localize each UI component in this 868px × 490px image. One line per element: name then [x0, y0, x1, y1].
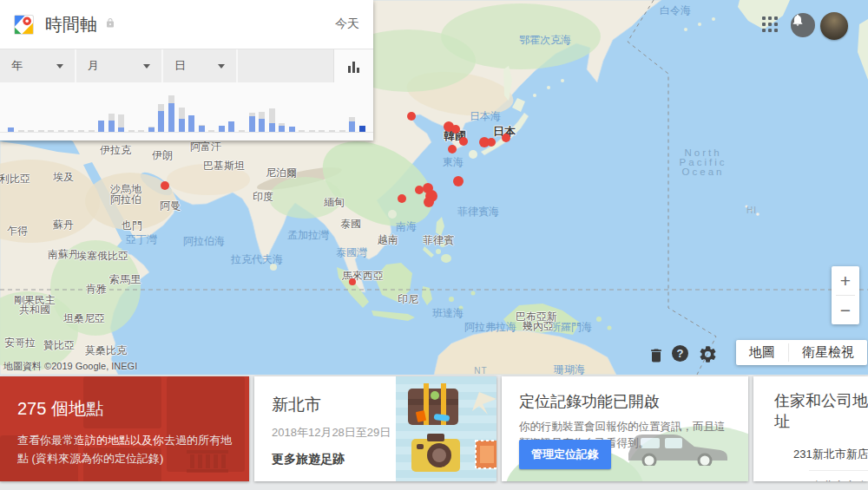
zoom-in-button[interactable]: + [832, 266, 859, 295]
chart-bar[interactable] [228, 121, 234, 132]
histogram-icon [357, 68, 359, 73]
timeline-panel: 時間軸 今天 年 月 日 [0, 0, 373, 140]
chart-bar[interactable] [158, 104, 164, 132]
landmark-illustration [185, 447, 230, 474]
travel-illustration [396, 376, 496, 481]
zoom-out-button[interactable]: − [832, 296, 859, 324]
chart-bar[interactable] [168, 95, 174, 132]
chart-bar[interactable] [219, 126, 225, 132]
lock-icon [105, 16, 115, 32]
help-icon[interactable]: ? [672, 345, 688, 362]
apps-grid-icon[interactable] [762, 16, 779, 34]
manage-location-history-button[interactable]: 管理定位記錄 [519, 440, 611, 469]
work-address-text: 116台北市文山 [793, 479, 868, 481]
today-button[interactable]: 今天 [335, 16, 359, 32]
cards-strip: 275 個地點 查看你最常造訪的地點以及你去過的所有地點 (資料來源為你的定位記… [0, 375, 868, 490]
day-dropdown-label: 日 [174, 58, 186, 74]
account-avatar[interactable] [820, 12, 848, 40]
visited-place-dot[interactable] [448, 145, 457, 154]
notifications-bell-icon[interactable] [791, 13, 815, 37]
panel-header: 時間軸 今天 [0, 0, 373, 49]
chart-bar[interactable] [108, 114, 115, 132]
visited-place-dot[interactable] [424, 197, 434, 207]
visited-place-dot[interactable] [502, 134, 510, 142]
google-maps-logo[interactable] [14, 15, 34, 35]
visited-place-dot[interactable] [407, 112, 416, 121]
histogram-icon [348, 66, 351, 73]
map-view-button[interactable]: 地圖 [736, 340, 788, 365]
visited-place-dot[interactable] [453, 176, 464, 186]
location-history-title: 定位記錄功能已開啟 [519, 391, 748, 412]
visited-place-dot[interactable] [161, 181, 169, 190]
year-dropdown-label: 年 [11, 58, 23, 74]
chart-bar[interactable] [188, 115, 194, 132]
day-dropdown[interactable]: 日 [163, 49, 238, 82]
chevron-down-icon [143, 64, 150, 69]
visited-place-dot[interactable] [398, 194, 406, 203]
places-summary-card[interactable]: 275 個地點 查看你最常造訪的地點以及你去過的所有地點 (資料來源為你的定位記… [0, 376, 249, 481]
chart-bar[interactable] [259, 112, 265, 132]
month-dropdown[interactable]: 月 [76, 49, 163, 82]
activity-histogram [0, 82, 373, 140]
chart-bar[interactable] [349, 117, 355, 132]
chart-bar[interactable] [359, 126, 365, 132]
filter-toolbar: 年 月 日 [0, 49, 373, 82]
chevron-down-icon [218, 64, 225, 69]
chart-bar[interactable] [199, 125, 205, 132]
addresses-title: 住家和公司地址 [774, 390, 868, 432]
chart-bar[interactable] [269, 108, 275, 132]
more-trips-link[interactable]: 更多旅遊足跡 [272, 452, 345, 467]
histogram-icon [352, 62, 355, 73]
visited-place-dot[interactable] [487, 138, 496, 147]
chart-bar[interactable] [249, 113, 255, 132]
home-address-text: 231新北市新店 [793, 447, 868, 462]
work-address-row[interactable]: 116台北市文山 [774, 471, 868, 481]
map-attribution: 地圖資料 ©2019 Google, INEGI [3, 360, 137, 373]
page-title: 時間軸 [45, 13, 97, 36]
chart-bar[interactable] [118, 114, 124, 132]
chart-bar[interactable] [98, 121, 104, 132]
histogram-view-button[interactable] [333, 49, 373, 82]
location-history-card[interactable]: 定位記錄功能已開啟 你的行動裝置會回報你的位置資訊，而且這類資訊只有你自己看得到… [502, 376, 748, 481]
year-dropdown[interactable]: 年 [0, 49, 76, 82]
satellite-view-button[interactable]: 衛星檢視 [789, 340, 867, 365]
zoom-control: + − [832, 266, 859, 324]
visited-place-dot[interactable] [451, 125, 460, 134]
month-dropdown-label: 月 [88, 58, 99, 74]
map-type-toggle: 地圖 衛星檢視 [736, 340, 867, 365]
timeline-app: 白令海鄂霍次克海日本海東海菲律賓海南海泰國灣孟加拉灣亞丁灣阿拉伯海拉克代夫海班達… [0, 0, 868, 490]
chevron-down-icon [56, 64, 63, 69]
chart-baseline [0, 132, 373, 133]
trip-card[interactable]: 新北市 2018年12月28日至29日 更多旅遊足跡 [254, 376, 496, 481]
chart-bar[interactable] [279, 123, 285, 132]
visited-place-dot[interactable] [459, 137, 468, 146]
visited-place-dot[interactable] [349, 278, 356, 285]
home-address-row[interactable]: 231新北市新店 [774, 439, 868, 470]
chart-bar[interactable] [179, 108, 185, 132]
home-work-addresses-card: 住家和公司地址 231新北市新店 116台北市文山 [753, 376, 868, 481]
